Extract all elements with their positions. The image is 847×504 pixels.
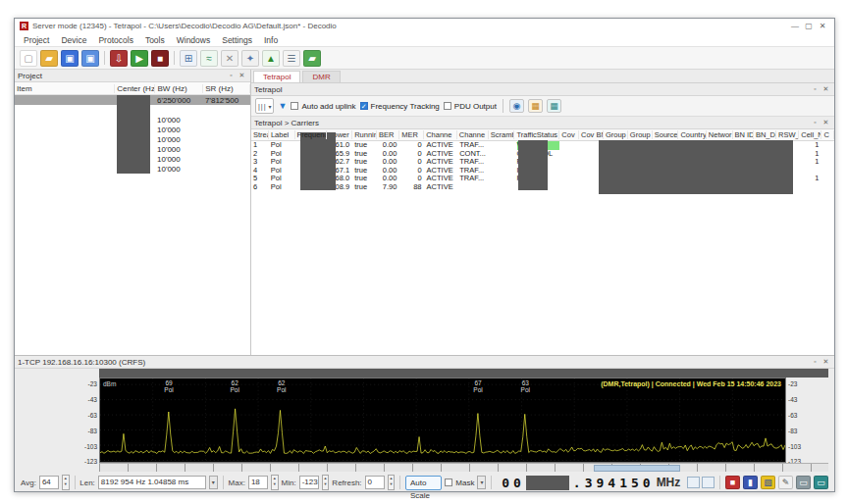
folder-sync-icon[interactable]: ▰ (303, 50, 321, 67)
record-icon[interactable]: ■ (151, 50, 169, 67)
carrier-table-icon[interactable]: ▦ (528, 99, 543, 113)
menu-settings[interactable]: Settings (217, 35, 257, 45)
menu-tools[interactable]: Tools (140, 35, 170, 45)
menu-protocols[interactable]: Protocols (93, 35, 137, 45)
min-input[interactable]: -123 (299, 476, 319, 489)
antenna-icon[interactable]: ◉ (509, 99, 524, 113)
max-input[interactable]: 18 (248, 476, 268, 489)
tree-column-center-hz[interactable]: Center (Hz) (115, 84, 155, 93)
tree-column-bw-hz[interactable]: BW (Hz) (155, 84, 203, 93)
new-project-icon[interactable]: ▢ (20, 50, 37, 67)
log-icon[interactable]: ☰ (283, 50, 300, 67)
len-dropdown-icon[interactable]: ▾ (209, 476, 218, 489)
carriers-column-13-group[interactable]: Group + (604, 130, 628, 139)
mask-checkbox[interactable]: Mask (445, 479, 474, 487)
min-spinner[interactable]: ▲▼ (322, 475, 330, 490)
close-panel-icon[interactable]: ✕ (821, 119, 831, 126)
menu-device[interactable]: Device (56, 35, 91, 45)
avg-input[interactable]: 64 (39, 476, 59, 489)
close-panel-icon[interactable]: ✕ (821, 358, 831, 366)
mask-dropdown-icon[interactable]: ▾ (477, 476, 486, 489)
checkbox-pdu-output[interactable]: PDU Output (444, 102, 497, 111)
checkbox-frequency-tracking[interactable]: ✓Frequency Tracking (360, 102, 440, 111)
carriers-column-4-running[interactable]: Running (352, 130, 377, 139)
export-icon[interactable]: ▭ (814, 476, 828, 489)
carriers-column-14-group[interactable]: Group + (628, 130, 653, 139)
carriers-column-1-label[interactable]: Label (269, 130, 295, 139)
close-panel-icon[interactable]: ✕ (237, 72, 247, 79)
spectrum-plot[interactable]: dBm (DMR,Tetrapol) | Connected | Wed Feb… (99, 378, 786, 463)
camera-icon[interactable]: ▭ (796, 476, 811, 489)
menu-windows[interactable]: Windows (172, 35, 215, 45)
freq-lock-button[interactable] (687, 477, 700, 488)
mask-checkbox-box[interactable] (445, 479, 452, 486)
minimize-icon[interactable]: — (788, 22, 802, 30)
carriers-column-17-networ[interactable]: Networ (707, 130, 733, 139)
refresh-spinner[interactable]: ▲▼ (388, 475, 396, 490)
start-icon[interactable]: ▶ (131, 50, 148, 67)
spectrum-panel: 1-TCP 192.168.16.16:10300 (CRFS) ▫✕ -23-… (15, 355, 834, 491)
checkbox-box-frequency-tracking[interactable]: ✓ (360, 102, 368, 110)
waveform-icon[interactable]: ≈ (200, 50, 218, 67)
max-spinner[interactable]: ▲▼ (271, 475, 279, 490)
save-icon[interactable]: ▣ (61, 50, 79, 67)
palette-icon[interactable]: ▧ (761, 476, 775, 489)
float-panel-icon[interactable]: ▫ (226, 72, 237, 79)
carriers-column-12-cov-bn[interactable]: Cov BN (579, 130, 604, 139)
carriers-column-11-cov[interactable]: Cov (559, 130, 579, 139)
tab-dmr[interactable]: DMR (302, 71, 340, 82)
frequency-digit: 5 (630, 476, 641, 490)
auto-scale-button[interactable]: Auto Scale (405, 476, 442, 490)
carriers-column-5-ber[interactable]: BER (377, 130, 399, 139)
close-icon[interactable]: ✕ (816, 22, 829, 30)
carriers-column-16-country[interactable]: Country (678, 130, 706, 139)
carriers-column-21-cell-no[interactable]: Cell_No (799, 130, 821, 139)
len-select[interactable]: 8192 954 Hz 1.04858 ms (98, 476, 206, 489)
carriers-column-20-rsw-ic[interactable]: RSW_IC (776, 130, 799, 139)
tree-view-icon[interactable]: ⊞ (180, 50, 197, 67)
waterfall-icon[interactable]: ▮ (743, 476, 758, 489)
tools-icon[interactable]: ✕ (221, 50, 238, 67)
float-panel-icon[interactable]: ▫ (810, 358, 821, 366)
carriers-column-19-bn-dec[interactable]: BN_Dec (754, 130, 776, 139)
tree-column-item[interactable]: Item (15, 84, 115, 93)
float-panel-icon[interactable]: ▫ (810, 85, 821, 93)
carriers-column-9-scramb[interactable]: Scramb (489, 130, 515, 139)
horizontal-scrollbar[interactable] (594, 465, 680, 472)
checkbox-auto-add-uplink[interactable]: Auto add uplink (291, 102, 355, 111)
maximize-icon[interactable]: ▢ (802, 22, 816, 30)
menu-info[interactable]: Info (259, 35, 283, 45)
save-as-icon[interactable]: ▣ (81, 50, 99, 67)
close-panel-icon[interactable]: ✕ (821, 85, 831, 93)
carriers-column-2-frequenc[interactable]: Frequenc (295, 130, 327, 139)
avg-spinner[interactable]: ▲▼ (62, 475, 70, 490)
refresh-input[interactable]: 0 (365, 476, 385, 489)
menu-project[interactable]: Project (19, 35, 54, 45)
frequency-display[interactable]: 00.394150MHz (501, 476, 680, 490)
checkbox-box-auto-add-uplink[interactable] (291, 102, 298, 110)
carriers-column-0-streami[interactable]: StreamI (251, 130, 269, 139)
carriers-column-8-channe[interactable]: Channe (457, 130, 489, 139)
carriers-column-15-source[interactable]: Source (653, 130, 679, 139)
carriers-column-6-mer[interactable]: MER (399, 130, 424, 139)
channel-view-button[interactable]: |||▾ (255, 98, 274, 114)
spectrum-icon[interactable]: ▲ (262, 50, 280, 67)
carrier-table-add-icon[interactable]: ▦ (547, 99, 561, 113)
carriers-column-18-bn-id[interactable]: BN ID (733, 130, 754, 139)
open-project-icon[interactable]: ▰ (40, 50, 58, 67)
record-stop-icon[interactable]: ■ (725, 476, 740, 489)
tab-tetrapol[interactable]: Tetrapol (253, 71, 300, 82)
plugin-icon[interactable]: ✦ (241, 50, 259, 67)
carrier-cell: ACTIVE (425, 167, 458, 176)
float-panel-icon[interactable]: ▫ (810, 119, 821, 126)
freq-menu-button[interactable] (702, 477, 715, 488)
filter-icon[interactable]: ▼ (278, 101, 287, 111)
checkbox-box-pdu-output[interactable] (444, 102, 451, 110)
carriers-column-10-trafficstatus[interactable]: TrafficStatus (514, 130, 559, 139)
tree-column-sr-hz[interactable]: SR (Hz) (203, 84, 250, 93)
import-icon[interactable]: ⇩ (110, 50, 128, 67)
carriers-column-7-channe[interactable]: Channe (424, 130, 457, 139)
marker-pen-icon[interactable]: ✎ (778, 476, 793, 489)
carriers-column-22-c[interactable]: C (821, 130, 834, 139)
carrier-cell: Pol (269, 158, 295, 167)
